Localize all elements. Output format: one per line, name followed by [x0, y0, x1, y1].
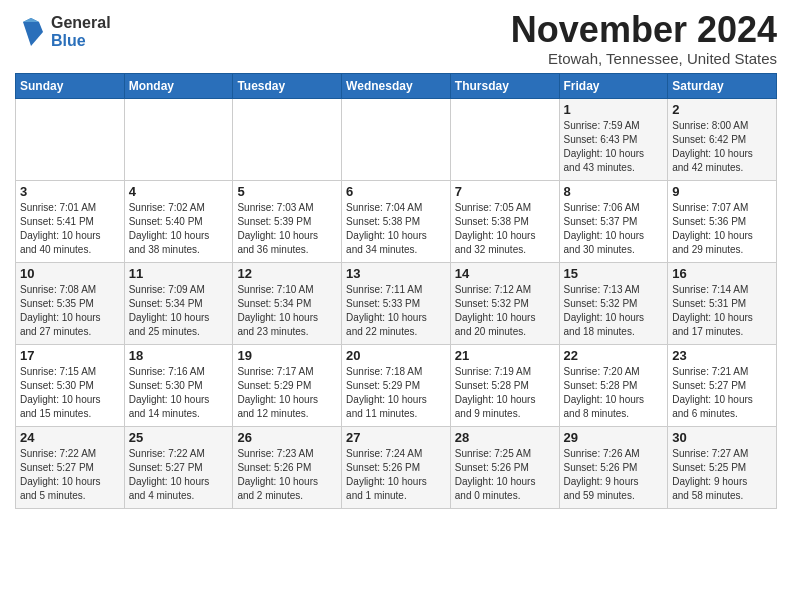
day-info: Sunrise: 7:15 AM Sunset: 5:30 PM Dayligh…: [20, 365, 120, 421]
day-info: Sunrise: 7:24 AM Sunset: 5:26 PM Dayligh…: [346, 447, 446, 503]
day-info: Sunrise: 7:18 AM Sunset: 5:29 PM Dayligh…: [346, 365, 446, 421]
day-info: Sunrise: 7:13 AM Sunset: 5:32 PM Dayligh…: [564, 283, 664, 339]
calendar-cell: 22Sunrise: 7:20 AM Sunset: 5:28 PM Dayli…: [559, 344, 668, 426]
day-number: 5: [237, 184, 337, 199]
calendar-week-2: 3Sunrise: 7:01 AM Sunset: 5:41 PM Daylig…: [16, 180, 777, 262]
day-number: 17: [20, 348, 120, 363]
calendar-cell: 23Sunrise: 7:21 AM Sunset: 5:27 PM Dayli…: [668, 344, 777, 426]
calendar-cell: 9Sunrise: 7:07 AM Sunset: 5:36 PM Daylig…: [668, 180, 777, 262]
day-number: 13: [346, 266, 446, 281]
day-number: 3: [20, 184, 120, 199]
day-number: 6: [346, 184, 446, 199]
day-number: 16: [672, 266, 772, 281]
calendar-cell: [233, 98, 342, 180]
day-info: Sunrise: 7:06 AM Sunset: 5:37 PM Dayligh…: [564, 201, 664, 257]
month-title: November 2024: [511, 10, 777, 50]
calendar-cell: 30Sunrise: 7:27 AM Sunset: 5:25 PM Dayli…: [668, 426, 777, 508]
calendar-table: Sunday Monday Tuesday Wednesday Thursday…: [15, 73, 777, 509]
calendar-cell: 27Sunrise: 7:24 AM Sunset: 5:26 PM Dayli…: [342, 426, 451, 508]
day-info: Sunrise: 7:26 AM Sunset: 5:26 PM Dayligh…: [564, 447, 664, 503]
day-info: Sunrise: 7:10 AM Sunset: 5:34 PM Dayligh…: [237, 283, 337, 339]
calendar-cell: 10Sunrise: 7:08 AM Sunset: 5:35 PM Dayli…: [16, 262, 125, 344]
calendar-cell: 29Sunrise: 7:26 AM Sunset: 5:26 PM Dayli…: [559, 426, 668, 508]
calendar-cell: 16Sunrise: 7:14 AM Sunset: 5:31 PM Dayli…: [668, 262, 777, 344]
day-info: Sunrise: 7:17 AM Sunset: 5:29 PM Dayligh…: [237, 365, 337, 421]
title-block: November 2024 Etowah, Tennessee, United …: [511, 10, 777, 67]
day-number: 24: [20, 430, 120, 445]
day-info: Sunrise: 7:09 AM Sunset: 5:34 PM Dayligh…: [129, 283, 229, 339]
day-info: Sunrise: 7:22 AM Sunset: 5:27 PM Dayligh…: [129, 447, 229, 503]
day-info: Sunrise: 7:27 AM Sunset: 5:25 PM Dayligh…: [672, 447, 772, 503]
calendar-cell: 15Sunrise: 7:13 AM Sunset: 5:32 PM Dayli…: [559, 262, 668, 344]
calendar-cell: 18Sunrise: 7:16 AM Sunset: 5:30 PM Dayli…: [124, 344, 233, 426]
day-number: 9: [672, 184, 772, 199]
calendar-cell: [342, 98, 451, 180]
day-number: 14: [455, 266, 555, 281]
day-number: 19: [237, 348, 337, 363]
day-info: Sunrise: 7:14 AM Sunset: 5:31 PM Dayligh…: [672, 283, 772, 339]
calendar-cell: 14Sunrise: 7:12 AM Sunset: 5:32 PM Dayli…: [450, 262, 559, 344]
calendar-week-1: 1Sunrise: 7:59 AM Sunset: 6:43 PM Daylig…: [16, 98, 777, 180]
day-info: Sunrise: 7:12 AM Sunset: 5:32 PM Dayligh…: [455, 283, 555, 339]
day-info: Sunrise: 7:11 AM Sunset: 5:33 PM Dayligh…: [346, 283, 446, 339]
calendar-week-4: 17Sunrise: 7:15 AM Sunset: 5:30 PM Dayli…: [16, 344, 777, 426]
day-info: Sunrise: 8:00 AM Sunset: 6:42 PM Dayligh…: [672, 119, 772, 175]
day-number: 28: [455, 430, 555, 445]
logo-general: General: [51, 14, 111, 32]
header-row: Sunday Monday Tuesday Wednesday Thursday…: [16, 73, 777, 98]
calendar-cell: 8Sunrise: 7:06 AM Sunset: 5:37 PM Daylig…: [559, 180, 668, 262]
day-info: Sunrise: 7:05 AM Sunset: 5:38 PM Dayligh…: [455, 201, 555, 257]
page-container: General Blue November 2024 Etowah, Tenne…: [0, 0, 792, 514]
day-info: Sunrise: 7:20 AM Sunset: 5:28 PM Dayligh…: [564, 365, 664, 421]
day-number: 15: [564, 266, 664, 281]
calendar-cell: 21Sunrise: 7:19 AM Sunset: 5:28 PM Dayli…: [450, 344, 559, 426]
day-info: Sunrise: 7:02 AM Sunset: 5:40 PM Dayligh…: [129, 201, 229, 257]
day-info: Sunrise: 7:01 AM Sunset: 5:41 PM Dayligh…: [20, 201, 120, 257]
calendar-cell: 7Sunrise: 7:05 AM Sunset: 5:38 PM Daylig…: [450, 180, 559, 262]
day-info: Sunrise: 7:21 AM Sunset: 5:27 PM Dayligh…: [672, 365, 772, 421]
day-number: 4: [129, 184, 229, 199]
day-number: 10: [20, 266, 120, 281]
calendar-cell: 17Sunrise: 7:15 AM Sunset: 5:30 PM Dayli…: [16, 344, 125, 426]
day-number: 26: [237, 430, 337, 445]
day-number: 30: [672, 430, 772, 445]
logo: General Blue: [15, 14, 111, 50]
calendar-cell: 2Sunrise: 8:00 AM Sunset: 6:42 PM Daylig…: [668, 98, 777, 180]
calendar-cell: [16, 98, 125, 180]
calendar-week-5: 24Sunrise: 7:22 AM Sunset: 5:27 PM Dayli…: [16, 426, 777, 508]
day-info: Sunrise: 7:19 AM Sunset: 5:28 PM Dayligh…: [455, 365, 555, 421]
day-number: 12: [237, 266, 337, 281]
calendar-cell: 11Sunrise: 7:09 AM Sunset: 5:34 PM Dayli…: [124, 262, 233, 344]
col-monday: Monday: [124, 73, 233, 98]
day-info: Sunrise: 7:08 AM Sunset: 5:35 PM Dayligh…: [20, 283, 120, 339]
day-info: Sunrise: 7:07 AM Sunset: 5:36 PM Dayligh…: [672, 201, 772, 257]
day-number: 21: [455, 348, 555, 363]
calendar-cell: [124, 98, 233, 180]
day-number: 29: [564, 430, 664, 445]
day-number: 25: [129, 430, 229, 445]
day-info: Sunrise: 7:22 AM Sunset: 5:27 PM Dayligh…: [20, 447, 120, 503]
calendar-cell: 1Sunrise: 7:59 AM Sunset: 6:43 PM Daylig…: [559, 98, 668, 180]
calendar-cell: 26Sunrise: 7:23 AM Sunset: 5:26 PM Dayli…: [233, 426, 342, 508]
col-wednesday: Wednesday: [342, 73, 451, 98]
calendar-cell: 25Sunrise: 7:22 AM Sunset: 5:27 PM Dayli…: [124, 426, 233, 508]
col-thursday: Thursday: [450, 73, 559, 98]
logo-icon: [15, 14, 47, 50]
calendar-cell: 12Sunrise: 7:10 AM Sunset: 5:34 PM Dayli…: [233, 262, 342, 344]
calendar-body: 1Sunrise: 7:59 AM Sunset: 6:43 PM Daylig…: [16, 98, 777, 508]
day-number: 22: [564, 348, 664, 363]
calendar-cell: 13Sunrise: 7:11 AM Sunset: 5:33 PM Dayli…: [342, 262, 451, 344]
day-info: Sunrise: 7:25 AM Sunset: 5:26 PM Dayligh…: [455, 447, 555, 503]
calendar-cell: 20Sunrise: 7:18 AM Sunset: 5:29 PM Dayli…: [342, 344, 451, 426]
col-saturday: Saturday: [668, 73, 777, 98]
logo-blue: Blue: [51, 32, 111, 50]
day-info: Sunrise: 7:16 AM Sunset: 5:30 PM Dayligh…: [129, 365, 229, 421]
day-number: 7: [455, 184, 555, 199]
calendar-cell: 28Sunrise: 7:25 AM Sunset: 5:26 PM Dayli…: [450, 426, 559, 508]
col-friday: Friday: [559, 73, 668, 98]
calendar-cell: [450, 98, 559, 180]
day-info: Sunrise: 7:59 AM Sunset: 6:43 PM Dayligh…: [564, 119, 664, 175]
col-sunday: Sunday: [16, 73, 125, 98]
day-number: 27: [346, 430, 446, 445]
day-info: Sunrise: 7:03 AM Sunset: 5:39 PM Dayligh…: [237, 201, 337, 257]
